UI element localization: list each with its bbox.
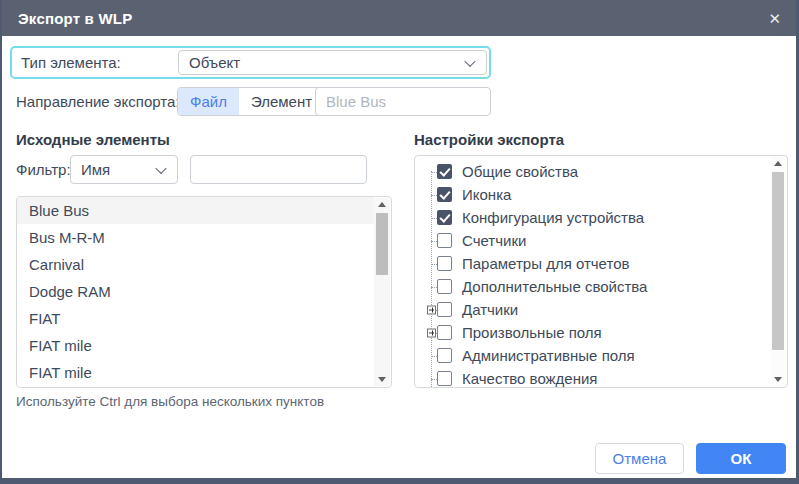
close-icon[interactable]: ✕ [768, 11, 781, 26]
checkbox-unchecked[interactable] [437, 348, 452, 363]
tree-row: Произвольные поля [415, 321, 770, 344]
checkbox-unchecked[interactable] [437, 256, 452, 271]
checkbox-checked[interactable] [437, 210, 452, 225]
scrollbar-thumb[interactable] [376, 213, 388, 275]
checkbox-label: Дополнительные свойства [462, 278, 647, 295]
tree-row: Конфигурация устройства [415, 206, 770, 229]
filter-field-select[interactable]: Имя [70, 155, 178, 184]
segment-option[interactable]: Элемент [239, 88, 324, 115]
checkbox-label: Датчики [462, 301, 518, 318]
export-direction-label: Направление экспорта: [16, 93, 179, 110]
checkbox-unchecked[interactable] [437, 371, 452, 386]
tree-row: Качество вождения [415, 367, 770, 388]
cancel-button[interactable]: Отмена [595, 443, 684, 474]
tree-row: Параметры для отчетов [415, 252, 770, 275]
checkbox-label: Качество вождения [462, 370, 597, 387]
list-item[interactable]: FIAT mile [17, 332, 374, 359]
checkbox-checked[interactable] [437, 164, 452, 179]
checkbox-label: Счетчики [462, 232, 526, 249]
tree-row: Общие свойства [415, 160, 770, 183]
checkbox-label: Административные поля [462, 347, 635, 364]
list-item[interactable]: Blue Bus [17, 197, 374, 224]
element-type-row: Тип элемента: Объект [10, 46, 491, 79]
list-item[interactable]: Carnival [17, 251, 374, 278]
checkbox-label: Параметры для отчетов [462, 255, 629, 272]
element-type-label: Тип элемента: [21, 54, 121, 71]
tree-row: Дополнительные свойства [415, 275, 770, 298]
expand-plus-icon[interactable] [427, 305, 436, 314]
settings-tree: Общие свойстваИконкаКонфигурация устройс… [415, 160, 770, 388]
list-item[interactable]: FIAT [17, 305, 374, 332]
checkbox-checked[interactable] [437, 187, 452, 202]
checkbox-label: Произвольные поля [462, 324, 602, 341]
tree-row: Датчики [415, 298, 770, 321]
filter-field-value: Имя [81, 161, 110, 178]
settings-scrollbar [770, 157, 786, 386]
ok-button[interactable]: ОК [696, 443, 786, 474]
source-elements-header: Исходные элементы [16, 131, 170, 148]
tree-row: Административные поля [415, 344, 770, 367]
scroll-down-icon[interactable] [374, 373, 390, 386]
export-settings-panel: Общие свойстваИконкаКонфигурация устройс… [414, 155, 788, 388]
chevron-down-icon [464, 55, 475, 66]
export-direction-segmented: ФайлЭлемент [177, 87, 325, 116]
source-list-scrollbar [374, 198, 390, 386]
checkbox-label: Конфигурация устройства [462, 209, 644, 226]
chevron-down-icon [155, 162, 166, 173]
checkbox-unchecked[interactable] [437, 302, 452, 317]
element-type-select[interactable]: Объект [178, 50, 487, 75]
filter-label: Фильтр: [16, 161, 71, 178]
list-item[interactable]: Dodge RAM [17, 278, 374, 305]
titlebar: Экспорт в WLP ✕ [0, 0, 799, 36]
checkbox-label: Иконка [462, 186, 511, 203]
list-item[interactable]: Bus M-R-M [17, 224, 374, 251]
dialog-title: Экспорт в WLP [18, 10, 132, 27]
filter-query-input[interactable] [190, 155, 367, 184]
multi-select-hint: Используйте Ctrl для выбора нескольких п… [16, 394, 324, 409]
checkbox-unchecked[interactable] [437, 325, 452, 340]
source-elements-list: Blue BusBus M-R-MCarnivalDodge RAMFIATFI… [16, 196, 392, 388]
segment-option[interactable]: Файл [178, 88, 239, 115]
checkbox-label: Общие свойства [462, 163, 578, 180]
list-item[interactable]: FIAT mile [17, 359, 374, 386]
tree-row: Иконка [415, 183, 770, 206]
scroll-up-icon[interactable] [374, 198, 390, 211]
element-type-value: Объект [189, 54, 240, 71]
export-target-input[interactable] [315, 87, 491, 116]
scroll-down-icon[interactable] [770, 373, 786, 386]
checkbox-unchecked[interactable] [437, 233, 452, 248]
checkbox-unchecked[interactable] [437, 279, 452, 294]
source-list-items: Blue BusBus M-R-MCarnivalDodge RAMFIATFI… [17, 197, 374, 387]
scrollbar-thumb[interactable] [772, 172, 784, 350]
scroll-up-icon[interactable] [770, 157, 786, 170]
export-settings-header: Настройки экспорта [414, 131, 564, 148]
export-dialog: Экспорт в WLP ✕ Тип элемента: Объект Нап… [0, 0, 799, 484]
tree-row: Счетчики [415, 229, 770, 252]
expand-plus-icon[interactable] [427, 328, 436, 337]
